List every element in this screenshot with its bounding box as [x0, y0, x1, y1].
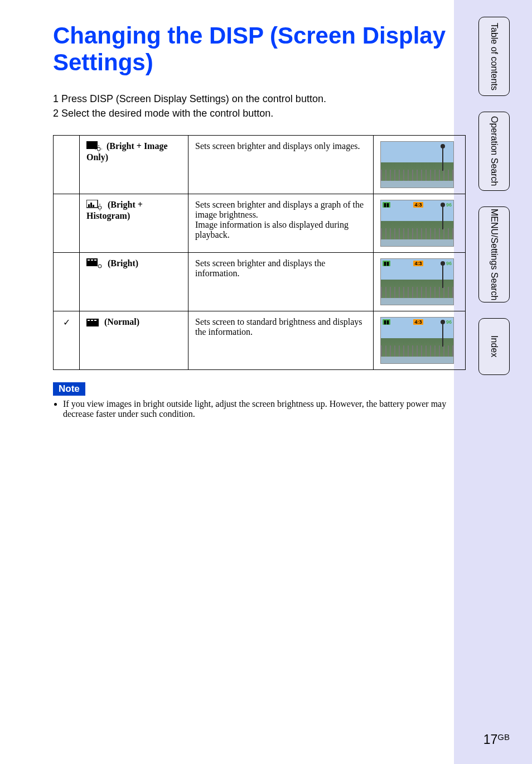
battery-icon: ▮▮: [383, 202, 390, 208]
svg-rect-14: [88, 260, 90, 261]
svg-rect-20: [91, 320, 93, 321]
bridge-shape: [381, 170, 453, 181]
tab-label: Index: [489, 335, 499, 357]
mode-label: (Normal): [104, 317, 139, 326]
bridge-shape: [381, 345, 453, 357]
preview-thumb: ▮▮ 4:3 96: [380, 258, 454, 305]
note-badge: Note: [53, 382, 85, 396]
table-row: ✓ (Normal) Sets screen to standard brigh…: [54, 311, 466, 369]
side-tabs: Table of contents Operation Search MENU/…: [463, 17, 525, 391]
table-row: (Bright) Sets screen brighter and displa…: [54, 252, 466, 311]
note-item: If you view images in bright outside lig…: [63, 399, 466, 419]
bridge-shape: [381, 228, 453, 239]
check-cell: [54, 194, 80, 252]
tab-table-of-contents[interactable]: Table of contents: [478, 17, 510, 96]
svg-rect-0: [86, 141, 98, 149]
svg-rect-8: [90, 203, 92, 207]
lamp-shape: [442, 323, 443, 347]
mode-label-cell: (Bright): [80, 252, 188, 311]
mode-label-cell: (Bright + Image Only): [80, 135, 188, 194]
bright-histogram-icon: [86, 200, 103, 211]
bright-icon: [86, 258, 103, 270]
step-2: 2 Select the desired mode with the contr…: [53, 108, 466, 119]
check-cell: [54, 135, 80, 194]
tab-index[interactable]: Index: [478, 318, 510, 375]
tab-menu-settings-search[interactable]: MENU/Settings Search: [478, 206, 510, 302]
preview-thumb: ▮▮ 4:3 96: [380, 200, 454, 247]
page-number-region: GB: [497, 732, 510, 742]
preview-cell: ▮▮ 4:3 96: [374, 311, 466, 369]
step-1: 1 Press DISP (Screen Display Settings) o…: [53, 93, 466, 105]
lamp-shape: [442, 265, 443, 288]
count-value: 96: [446, 261, 452, 266]
mode-label-cell: (Normal): [80, 311, 188, 369]
mode-label: (Bright): [108, 258, 138, 268]
svg-rect-15: [91, 260, 93, 261]
bridge-shape: [381, 287, 453, 298]
svg-rect-16: [94, 260, 96, 261]
page-title: Changing the DISP (Screen Display Settin…: [53, 22, 466, 76]
preview-cell: ▮▮ 4:3 96: [374, 194, 466, 252]
normal-icon: [86, 318, 100, 328]
tab-operation-search[interactable]: Operation Search: [478, 112, 510, 191]
count-value: 96: [446, 319, 452, 325]
mode-description: Sets screen brighter and displays a grap…: [188, 194, 374, 252]
check-cell: [54, 252, 80, 311]
check-cell: ✓: [54, 311, 80, 369]
size-badge: 4:3: [413, 202, 423, 208]
battery-icon: ▮▮: [383, 319, 390, 325]
preview-cell: [374, 135, 466, 194]
preview-thumb: ▮▮ 4:3 96: [380, 317, 454, 364]
mode-label-cell: (Bright + Histogram): [80, 194, 188, 252]
lamp-shape: [442, 147, 443, 171]
size-badge: 4:3: [413, 319, 423, 325]
preview-cell: ▮▮ 4:3 96: [374, 252, 466, 311]
lamp-shape: [442, 206, 443, 229]
mode-description: Sets screen brighter and displays the in…: [188, 252, 374, 311]
page-root: Changing the DISP (Screen Display Settin…: [0, 0, 532, 764]
svg-rect-21: [94, 320, 96, 321]
battery-icon: ▮▮: [383, 261, 390, 266]
tab-label: MENU/Settings Search: [489, 209, 499, 301]
bright-image-only-icon: [86, 141, 102, 152]
svg-point-17: [98, 265, 101, 268]
instruction-steps: 1 Press DISP (Screen Display Settings) o…: [53, 93, 466, 119]
tab-label: Table of contents: [489, 23, 499, 90]
river-shape: [381, 181, 453, 188]
page-number: 17GB: [483, 732, 510, 747]
tab-label: Operation Search: [489, 116, 499, 186]
page-number-value: 17: [483, 732, 498, 747]
svg-rect-7: [88, 204, 90, 207]
svg-rect-19: [88, 320, 90, 321]
table-row: (Bright + Image Only) Sets screen bright…: [54, 135, 466, 194]
svg-rect-9: [93, 205, 94, 207]
river-shape: [381, 239, 453, 246]
note-list: If you view images in bright outside lig…: [53, 399, 466, 419]
table-row: (Bright + Histogram) Sets screen brighte…: [54, 194, 466, 252]
modes-table: (Bright + Image Only) Sets screen bright…: [53, 135, 466, 370]
count-value: 96: [446, 202, 452, 208]
mode-description: Sets screen to standard brightness and d…: [188, 311, 374, 369]
size-badge: 4:3: [413, 261, 423, 266]
mode-description: Sets screen brighter and displays only i…: [188, 135, 374, 194]
preview-thumb: [380, 141, 454, 188]
main-content: Changing the DISP (Screen Display Settin…: [53, 22, 466, 421]
river-shape: [381, 298, 453, 305]
river-shape: [381, 357, 453, 363]
svg-point-10: [98, 206, 101, 209]
